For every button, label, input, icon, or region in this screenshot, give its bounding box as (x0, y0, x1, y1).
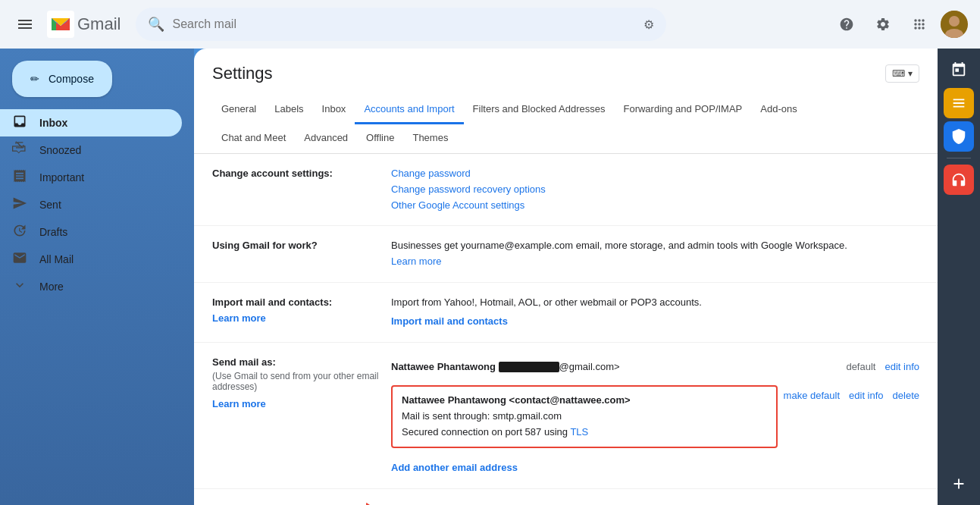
top-bar: Gmail 🔍 ⚙ (0, 0, 980, 49)
inbox-icon (12, 114, 27, 133)
secondary-mail-through: Mail is sent through: smtp.gmail.com (402, 409, 767, 425)
tab-inbox[interactable]: Inbox (313, 96, 355, 124)
gmail-work-section: Using Gmail for work? Businesses get you… (194, 226, 938, 283)
search-icon: 🔍 (148, 16, 164, 33)
red-arrow-annotation (334, 500, 387, 505)
allmail-icon (12, 250, 27, 269)
sidebar-item-more[interactable]: More (0, 273, 182, 300)
search-input[interactable] (172, 17, 636, 31)
add-email-link[interactable]: Add another email address (391, 462, 518, 473)
tab-themes[interactable]: Themes (403, 124, 457, 153)
content-area: Settings ⌨ ▾ General Labels Inbox Accoun… (194, 49, 938, 505)
sidebar-item-inbox[interactable]: Inbox (0, 109, 182, 136)
sidebar-label-inbox: Inbox (39, 117, 67, 129)
tab-addons[interactable]: Add-ons (751, 96, 806, 124)
sidebar-item-important[interactable]: Important (0, 164, 182, 191)
more-icon (12, 278, 27, 296)
sidebar-label-sent: Sent (39, 199, 61, 211)
change-recovery-link[interactable]: Change password recovery options (391, 183, 546, 195)
reply-content: Reply from the same address the message … (391, 501, 919, 505)
secondary-edit-link[interactable]: edit info (849, 388, 884, 404)
tab-advanced[interactable]: Advanced (295, 124, 357, 153)
right-icon-calendar[interactable] (944, 55, 974, 85)
primary-edit-link[interactable]: edit info (885, 359, 919, 375)
search-bar-container: 🔍 ⚙ (136, 8, 666, 41)
sidebar-item-allmail[interactable]: All Mail (0, 246, 182, 273)
default-badge: default (846, 359, 875, 375)
compose-button[interactable]: ✏ Compose (12, 61, 112, 97)
sidebar-label-important: Important (39, 171, 84, 183)
tls-link[interactable]: TLS (570, 426, 588, 438)
secondary-entry-actions: make default edit info delete (784, 382, 919, 404)
delete-link[interactable]: delete (893, 388, 919, 404)
right-icon-add[interactable] (944, 469, 974, 499)
gmail-work-content: Businesses get yourname@example.com emai… (391, 238, 919, 270)
send-mail-learn-more[interactable]: Learn more (212, 398, 266, 409)
sidebar-label-more: More (39, 281, 64, 293)
settings-header: Settings ⌨ ▾ General Labels Inbox Accoun… (194, 49, 938, 154)
import-description: Import from Yahoo!, Hotmail, AOL, or oth… (391, 295, 919, 311)
sidebar-label-snoozed: Snoozed (39, 144, 81, 156)
keyboard-shortcut-button[interactable]: ⌨ ▾ (885, 64, 919, 83)
settings-tabs-row2: Chat and Meet Advanced Offline Themes (212, 124, 919, 153)
gmail-work-description: Businesses get yourname@example.com emai… (391, 240, 847, 251)
make-default-link[interactable]: make default (784, 388, 840, 404)
google-account-link[interactable]: Other Google Account settings (391, 199, 524, 211)
import-learn-more-link[interactable]: Learn more (212, 312, 266, 324)
secondary-email-display: Nattawee Phantawong <contact@nattawee.co… (402, 393, 767, 409)
send-mail-content: Nattawee Phantawong @gmail.com> default … (391, 355, 919, 476)
tab-chat[interactable]: Chat and Meet (212, 124, 295, 153)
tab-filters[interactable]: Filters and Blocked Addresses (464, 96, 615, 124)
drafts-icon (12, 223, 27, 242)
gmail-logo: Gmail (47, 11, 121, 38)
tab-offline[interactable]: Offline (357, 124, 403, 153)
avatar[interactable] (941, 11, 968, 38)
pencil-icon: ✏ (30, 73, 39, 85)
settings-button[interactable] (868, 9, 898, 39)
send-mail-label: Send mail as: (Use Gmail to send from yo… (212, 355, 379, 409)
change-account-label: Change account settings: (212, 166, 379, 179)
import-mail-section: Import mail and contacts: Learn more Imp… (194, 283, 938, 343)
send-mail-entry-primary: Nattawee Phantawong @gmail.com> default … (391, 355, 919, 380)
tab-forwarding[interactable]: Forwarding and POP/IMAP (614, 96, 751, 124)
sidebar-item-sent[interactable]: Sent (0, 191, 182, 218)
top-bar-actions (831, 9, 968, 39)
right-icon-audio[interactable] (944, 165, 974, 195)
sent-icon (12, 196, 27, 215)
main-layout: ✏ Compose Inbox Snoozed Important Sent (0, 49, 980, 505)
important-icon (12, 168, 27, 187)
reply-settings-section: When replying to a message: (194, 489, 938, 505)
snoozed-icon (12, 141, 27, 160)
import-action-link[interactable]: Import mail and contacts (391, 315, 508, 327)
tab-general[interactable]: General (212, 96, 265, 124)
send-mail-sub-label: (Use Gmail to send from your other email… (212, 371, 379, 392)
right-icon-tasks[interactable] (944, 88, 974, 118)
change-password-link[interactable]: Change password (391, 168, 471, 179)
import-mail-label: Import mail and contacts: Learn more (212, 295, 379, 324)
primary-email-suffix: @gmail.com> (559, 361, 620, 372)
right-icon-shield[interactable] (944, 121, 974, 152)
tab-labels[interactable]: Labels (265, 96, 312, 124)
primary-entry-actions: default edit info (846, 359, 919, 375)
menu-icon[interactable] (12, 11, 38, 37)
primary-email-display: Nattawee Phantawong @gmail.com> (391, 359, 620, 375)
secondary-connection: Secured connection on port 587 using TLS (402, 425, 767, 441)
compose-label: Compose (49, 73, 94, 85)
sidebar: ✏ Compose Inbox Snoozed Important Sent (0, 49, 194, 505)
settings-tabs-row1: General Labels Inbox Accounts and Import… (212, 96, 919, 124)
keyboard-icon: ⌨ (892, 68, 905, 79)
import-mail-content: Import from Yahoo!, Hotmail, AOL, or oth… (391, 295, 919, 330)
send-mail-section: Send mail as: (Use Gmail to send from yo… (194, 343, 938, 489)
change-account-content: Change password Change password recovery… (391, 166, 919, 213)
search-options-icon[interactable]: ⚙ (643, 17, 654, 32)
sidebar-item-drafts[interactable]: Drafts (0, 218, 182, 246)
settings-title-text: Settings (212, 64, 273, 83)
gmail-work-learn-more[interactable]: Learn more (391, 256, 441, 267)
sidebar-label-drafts: Drafts (39, 226, 67, 238)
tab-accounts[interactable]: Accounts and Import (355, 96, 463, 124)
help-button[interactable] (831, 9, 862, 39)
settings-body: Change account settings: Change password… (194, 154, 938, 505)
sidebar-item-snoozed[interactable]: Snoozed (0, 136, 182, 164)
gmail-work-label: Using Gmail for work? (212, 238, 379, 251)
apps-button[interactable] (904, 9, 935, 39)
